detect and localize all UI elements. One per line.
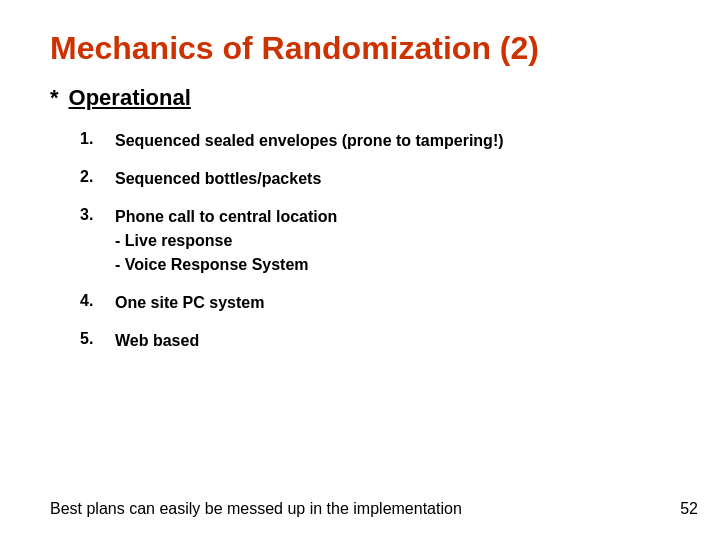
item-text-5: Web based bbox=[115, 329, 199, 353]
item-text-2: Sequenced bottles/packets bbox=[115, 167, 321, 191]
items-list: 1. Sequenced sealed envelopes (prone to … bbox=[80, 129, 670, 353]
footer-text: Best plans can easily be messed up in th… bbox=[50, 500, 462, 518]
item-number-3: 3. bbox=[80, 205, 115, 224]
item-number-5: 5. bbox=[80, 329, 115, 348]
slide-container: Mechanics of Randomization (2) * Operati… bbox=[0, 0, 720, 540]
list-item: 5. Web based bbox=[80, 329, 670, 353]
item-text-3: Phone call to central location- Live res… bbox=[115, 205, 337, 277]
bullet-asterisk: * bbox=[50, 85, 59, 111]
item-text-4: One site PC system bbox=[115, 291, 264, 315]
item-text-1: Sequenced sealed envelopes (prone to tam… bbox=[115, 129, 504, 153]
list-item: 2. Sequenced bottles/packets bbox=[80, 167, 670, 191]
item-number-2: 2. bbox=[80, 167, 115, 186]
item-number-4: 4. bbox=[80, 291, 115, 310]
list-item: 1. Sequenced sealed envelopes (prone to … bbox=[80, 129, 670, 153]
list-item: 3. Phone call to central location- Live … bbox=[80, 205, 670, 277]
slide-number: 52 bbox=[680, 500, 698, 518]
item-number-1: 1. bbox=[80, 129, 115, 148]
slide-title: Mechanics of Randomization (2) bbox=[50, 30, 670, 67]
list-item: 4. One site PC system bbox=[80, 291, 670, 315]
section-title: Operational bbox=[69, 85, 191, 111]
section-header: * Operational bbox=[50, 85, 670, 111]
